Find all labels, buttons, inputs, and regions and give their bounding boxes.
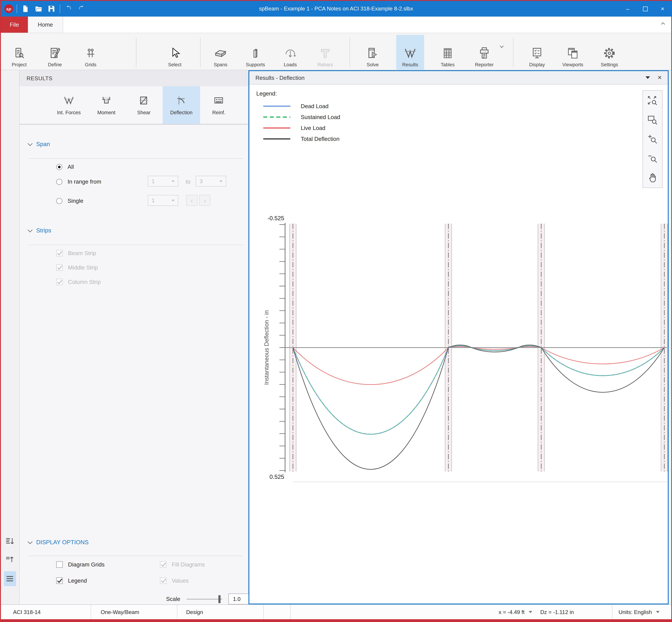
checkbox-diagram-grids[interactable] (56, 561, 63, 568)
redo-icon (78, 5, 85, 13)
ribbon-button-settings[interactable]: Settings (595, 35, 623, 70)
ribbon-button-supports[interactable]: Supports (242, 35, 270, 70)
new-file-button[interactable] (21, 4, 30, 13)
span-all-option[interactable]: All (56, 164, 74, 170)
results-options-panel: RESULTS Int. Forces Moment Shear Deflec (20, 70, 248, 604)
scale-slider-handle[interactable] (218, 595, 220, 603)
solve-icon (366, 45, 379, 60)
save-icon (47, 5, 56, 13)
chevron-up-icon (660, 21, 666, 26)
radio-all-label: All (68, 164, 74, 170)
panel-menu-dropdown-icon[interactable] (645, 76, 650, 81)
range-to-select: 3 (196, 176, 226, 187)
undo-button[interactable] (64, 4, 73, 13)
ribbon-button-spans[interactable]: Spans (207, 35, 235, 70)
open-folder-icon (34, 5, 43, 13)
scale-label: Scale (166, 596, 180, 602)
panel-menu-button[interactable] (4, 571, 16, 586)
ribbon-button-display[interactable]: Display (523, 35, 551, 70)
scale-slider[interactable] (186, 598, 222, 599)
window-title: spBeam - Example 1 - PCA Notes on ACI 31… (1, 6, 671, 12)
collapse-ribbon-button[interactable] (660, 21, 666, 26)
tab-shear[interactable]: Shear (125, 87, 163, 124)
hamburger-menu-icon (5, 574, 15, 584)
section-span[interactable]: Span (28, 141, 50, 147)
ribbon-separator (136, 37, 136, 67)
ribbon-button-reporter[interactable]: Reporter (470, 35, 498, 70)
fill-diagrams-option: Fill Diagrams (160, 561, 205, 568)
ribbon-button-grids[interactable]: Grids (77, 35, 105, 70)
main-content: RESULTS Int. Forces Moment Shear Deflec (1, 70, 671, 604)
window-controls: – × (619, 1, 671, 16)
status-units[interactable]: Units: English (612, 605, 671, 619)
radio-single[interactable] (56, 198, 62, 204)
status-empty-cell (264, 605, 291, 619)
range-from-value: 1 (152, 178, 155, 184)
status-dz-value: Dz = -1.112 in (540, 609, 574, 615)
deflection-chart: -0.525 0.525 Instantaneous Deflection - … (249, 84, 669, 604)
range-from-select: 1 (148, 176, 178, 187)
units-dropdown-icon[interactable] (656, 611, 660, 615)
tab-file[interactable]: File (1, 16, 28, 33)
close-button[interactable]: × (654, 1, 671, 16)
tab-reinf[interactable]: Reinf. (200, 87, 238, 124)
loads-icon (284, 45, 297, 60)
status-run-mode: Design (177, 605, 264, 619)
divider (16, 4, 17, 13)
maximize-icon (643, 6, 647, 11)
section-span-title: Span (36, 141, 50, 147)
ribbon-separator (200, 37, 201, 67)
radio-in-range[interactable] (56, 179, 62, 185)
checkbox-legend[interactable] (56, 577, 63, 584)
legend-option[interactable]: Legend (56, 577, 87, 584)
to-label: to (186, 178, 190, 185)
y-axis-top-label: -0.525 (268, 215, 284, 221)
ribbon-button-select[interactable]: Select (161, 35, 189, 70)
ribbon-button-define[interactable]: Define (41, 35, 69, 70)
panel-close-icon[interactable]: × (658, 74, 662, 81)
ribbon-button-rebars: Rebars (311, 35, 339, 70)
divider (28, 556, 243, 556)
section-strips[interactable]: Strips (28, 227, 51, 234)
results-deflection-panel: Results - Deflection × Legend: Dead Load… (248, 70, 669, 604)
tab-home[interactable]: Home (28, 16, 63, 33)
tab-deflection[interactable]: Deflection (163, 87, 200, 124)
tab-int-forces[interactable]: Int. Forces (50, 87, 87, 124)
open-file-button[interactable] (34, 4, 43, 13)
checkbox-fill-diagrams (160, 561, 167, 568)
ribbon-button-viewports[interactable]: Viewports (559, 35, 587, 70)
span-single-option[interactable]: Single (56, 198, 83, 204)
divider (28, 245, 243, 245)
results-panel-title: Results - Deflection (255, 74, 305, 81)
section-strips-title: Strips (36, 227, 51, 234)
ribbon-button-project[interactable]: Project (5, 35, 33, 70)
ribbon-button-loads[interactable]: Loads (276, 35, 304, 70)
auto-hide-panel-button[interactable] (4, 535, 16, 548)
maximize-button[interactable] (636, 1, 654, 16)
legend-label: Legend (68, 577, 87, 584)
left-rail (1, 70, 20, 604)
status-spacer (291, 605, 499, 619)
ribbon-button-solve[interactable]: Solve (359, 35, 387, 70)
radio-all[interactable] (56, 164, 62, 170)
span-range-option[interactable]: In range from (56, 178, 101, 185)
tab-moment[interactable]: Moment (87, 87, 125, 124)
middle-strip-label: Middle Strip (68, 264, 98, 271)
panel-header: RESULTS (20, 70, 248, 87)
coordinate-dropdown-icon[interactable] (529, 611, 532, 615)
pin-panel-button[interactable] (4, 553, 16, 565)
curve-sustained-load (293, 346, 664, 434)
diagram-grids-option[interactable]: Diagram Grids (56, 561, 104, 568)
ribbon-button-results[interactable]: Results (396, 35, 424, 70)
section-display-options[interactable]: DISPLAY OPTIONS (28, 539, 89, 546)
save-button[interactable] (47, 4, 56, 13)
redo-button[interactable] (77, 4, 86, 13)
app-logo-icon: sp (4, 4, 13, 13)
ribbon-button-tables[interactable]: Tables (434, 35, 462, 70)
column-strip-label: Column Strip (68, 279, 101, 285)
minimize-button[interactable]: – (619, 1, 636, 16)
y-axis-title: Instantaneous Deflection - in (263, 310, 270, 385)
tables-icon (441, 45, 454, 60)
reporter-dropdown-chevron[interactable] (499, 44, 504, 49)
chevron-down-icon (28, 539, 33, 544)
